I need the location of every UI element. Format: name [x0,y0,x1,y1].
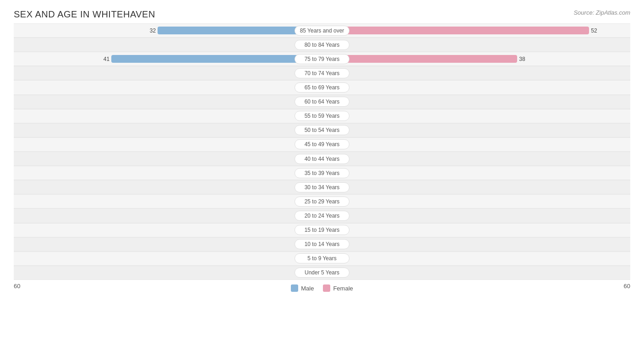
right-section: 0 [322,109,630,123]
age-label: 20 to 24 Years [295,211,349,221]
right-section: 0 [322,95,630,109]
age-label: 5 to 9 Years [295,253,349,263]
male-value: 32 [150,27,156,34]
bar-row: 0 20 to 24 Years 0 [14,208,630,223]
bar-row: 0 45 to 49 Years 0 [14,137,630,152]
left-section: 0 [14,195,322,208]
right-section: 0 [322,224,630,237]
legend-male-label: Male [301,285,314,292]
age-label: 85 Years and over [295,26,349,36]
age-label: 35 to 39 Years [295,168,349,178]
age-label: Under 5 Years [295,268,349,278]
right-section: 0 [322,66,630,80]
bar-row: 0 50 to 54 Years 0 [14,123,630,137]
bar-row: 0 70 to 74 Years 0 [14,66,630,80]
bar-row: 0 15 to 19 Years 0 [14,223,630,237]
bar-row: 0 65 to 69 Years 0 [14,80,630,94]
right-section: 0 [322,81,630,94]
left-section: 0 [14,224,322,237]
age-label: 80 to 84 Years [295,40,349,50]
left-section: 0 [14,109,322,123]
legend-female: Female [323,284,353,292]
chart-container: SEX AND AGE IN WHITEHAVEN Source: ZipAtl… [0,0,644,339]
age-label: 40 to 44 Years [295,154,349,164]
legend-male-box [291,284,298,292]
left-section: 0 [14,38,322,51]
bar-row: 0 40 to 44 Years 0 [14,152,630,166]
chart-area: 32 85 Years and over 52 0 80 to 84 Years… [14,23,630,298]
bar-row: 0 60 to 64 Years 0 [14,95,630,109]
right-section: 0 [322,195,630,208]
left-section: 0 [14,95,322,109]
right-section: 0 [322,152,630,165]
left-section: 32 [14,24,322,37]
legend: Male Female [291,284,353,292]
right-section: 0 [322,138,630,151]
female-bar: 38 [322,55,517,63]
female-value: 38 [519,56,525,62]
chart-title: SEX AND AGE IN WHITEHAVEN [14,9,630,20]
left-section: 41 [14,52,322,66]
source-text: Source: ZipAtlas.com [573,9,630,16]
right-section: 0 [322,38,630,51]
legend-male: Male [291,284,314,292]
right-section: 0 [322,180,630,194]
left-section: 0 [14,152,322,165]
axis-right: 60 [624,283,630,292]
left-section: 0 [14,252,322,265]
bar-row: 0 10 to 14 Years 0 [14,237,630,252]
age-label: 75 to 79 Years [295,54,349,64]
left-section: 0 [14,124,322,137]
age-label: 10 to 14 Years [295,239,349,249]
age-label: 55 to 59 Years [295,111,349,121]
right-section: 38 [322,52,630,66]
legend-female-box [323,284,330,292]
bar-row: 0 30 to 34 Years 0 [14,180,630,194]
left-section: 0 [14,66,322,80]
legend-female-label: Female [333,285,353,292]
right-section: 0 [322,238,630,251]
right-section: 0 [322,124,630,137]
left-section: 0 [14,266,322,279]
age-label: 45 to 49 Years [295,139,349,149]
right-section: 0 [322,209,630,222]
left-section: 0 [14,209,322,222]
bar-row: 0 80 to 84 Years 0 [14,38,630,52]
right-section: 0 [322,266,630,279]
age-label: 30 to 34 Years [295,182,349,192]
bar-row: 32 85 Years and over 52 [14,23,630,38]
female-bar: 52 [322,27,589,34]
right-section: 0 [322,166,630,180]
age-label: 65 to 69 Years [295,82,349,93]
bar-row: 0 35 to 39 Years 0 [14,166,630,180]
right-section: 52 [322,24,630,37]
axis-left: 60 [14,283,20,292]
age-label: 50 to 54 Years [295,125,349,135]
left-section: 0 [14,81,322,94]
male-bar: 41 [111,55,322,63]
right-section: 0 [322,252,630,265]
rows-container: 32 85 Years and over 52 0 80 to 84 Years… [14,23,630,280]
left-section: 0 [14,238,322,251]
axis-labels: 60 Male Female 60 [14,280,630,292]
age-label: 70 to 74 Years [295,68,349,78]
bar-row: 0 25 to 29 Years 0 [14,194,630,208]
bar-row: 0 5 to 9 Years 0 [14,252,630,266]
bar-row: 0 Under 5 Years 0 [14,266,630,280]
male-value: 41 [104,56,109,62]
age-label: 25 to 29 Years [295,197,349,207]
bar-row: 41 75 to 79 Years 38 [14,52,630,66]
female-value: 52 [591,27,597,34]
left-section: 0 [14,138,322,151]
left-section: 0 [14,166,322,180]
age-label: 60 to 64 Years [295,97,349,107]
bar-row: 0 55 to 59 Years 0 [14,109,630,123]
age-label: 15 to 19 Years [295,225,349,235]
left-section: 0 [14,180,322,194]
